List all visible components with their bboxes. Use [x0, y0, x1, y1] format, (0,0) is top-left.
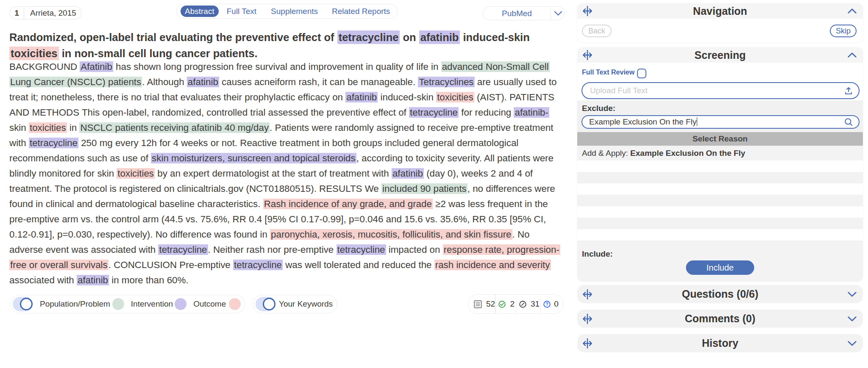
svg-text:?: ?: [546, 302, 548, 307]
